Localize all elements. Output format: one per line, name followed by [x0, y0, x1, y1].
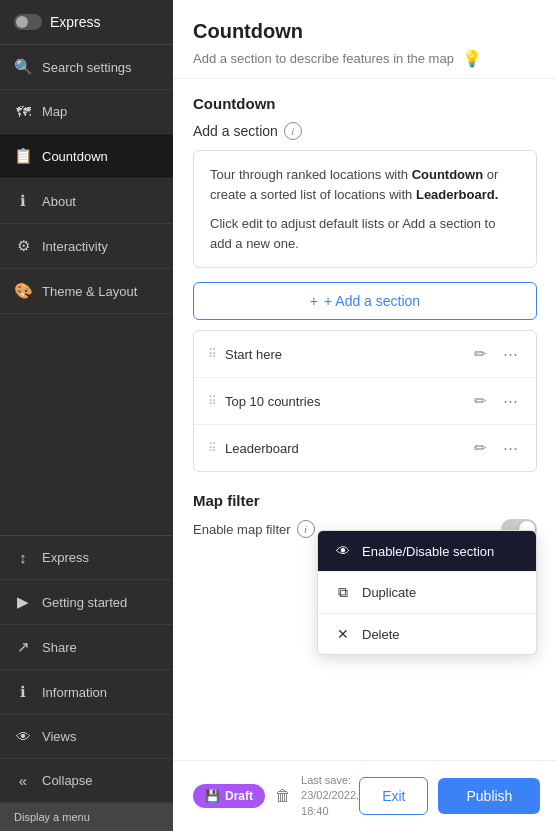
interactivity-icon: ⚙	[14, 237, 32, 255]
sidebar: Express 🔍 Search settings 🗺 Map 📋 Countd…	[0, 0, 173, 831]
info-box: Tour through ranked locations with Count…	[193, 150, 537, 268]
sidebar-item-getting-started[interactable]: ▶ Getting started	[0, 580, 173, 625]
sidebar-item-label: Share	[42, 640, 77, 655]
sidebar-bottom: ↕ Express ▶ Getting started ↗ Share ℹ In…	[0, 535, 173, 831]
about-icon: ℹ	[14, 192, 32, 210]
trash-button[interactable]: 🗑	[275, 787, 291, 805]
page-subtitle: Add a section to describe features in th…	[193, 49, 537, 68]
main-body: Countdown Add a section i Tour through r…	[173, 79, 557, 760]
bulb-icon: 💡	[462, 49, 482, 68]
countdown-section-title: Countdown	[193, 95, 537, 112]
sidebar-item-label: Search settings	[42, 60, 132, 75]
sidebar-item-label: Interactivity	[42, 239, 108, 254]
add-section-button[interactable]: + + Add a section	[193, 282, 537, 320]
main-footer: 💾 Draft 🗑 Last save: 23/02/2022, 18:40 E…	[173, 760, 557, 831]
sidebar-item-share[interactable]: ↗ Share	[0, 625, 173, 670]
edit-button[interactable]: ✏	[470, 390, 491, 412]
plus-icon: +	[310, 293, 318, 309]
sidebar-item-collapse[interactable]: « Collapse	[0, 759, 173, 803]
publish-button[interactable]: Publish	[438, 778, 540, 814]
sidebar-item-map[interactable]: 🗺 Map	[0, 90, 173, 134]
section-list: ⠿ Start here ✏ ⋯ ⠿ Top 10 countries ✏ ⋯ …	[193, 330, 537, 472]
display-menu-button[interactable]: Display a menu	[0, 803, 173, 831]
save-info: Last save: 23/02/2022, 18:40	[301, 773, 359, 819]
sidebar-item-countdown[interactable]: 📋 Countdown	[0, 134, 173, 179]
map-icon: 🗺	[14, 103, 32, 120]
sidebar-item-label: Countdown	[42, 149, 108, 164]
last-save-date: 23/02/2022, 18:40	[301, 788, 359, 819]
duplicate-icon: ⧉	[334, 584, 352, 601]
edit-button[interactable]: ✏	[470, 343, 491, 365]
sidebar-item-theme-layout[interactable]: 🎨 Theme & Layout	[0, 269, 173, 314]
list-item: ⠿ Start here ✏ ⋯	[194, 331, 536, 378]
context-menu-item-delete[interactable]: ✕ Delete	[318, 614, 536, 654]
search-icon: 🔍	[14, 58, 32, 76]
views-icon: 👁	[14, 728, 32, 745]
countdown-icon: 📋	[14, 147, 32, 165]
page-title: Countdown	[193, 20, 537, 43]
sidebar-item-label: Collapse	[42, 773, 93, 788]
floppy-icon: 💾	[205, 789, 220, 803]
list-item: ⠿ Top 10 countries ✏ ⋯	[194, 378, 536, 425]
sidebar-item-label: Map	[42, 104, 67, 119]
collapse-icon: «	[14, 772, 32, 789]
more-button[interactable]: ⋯	[499, 437, 522, 459]
sidebar-item-label: Views	[42, 729, 76, 744]
sidebar-item-label: About	[42, 194, 76, 209]
drag-handle-icon[interactable]: ⠿	[208, 347, 217, 361]
information-icon: ℹ	[14, 683, 32, 701]
more-button[interactable]: ⋯	[499, 343, 522, 365]
last-save-label: Last save:	[301, 773, 359, 788]
item-actions: ✏ ⋯	[470, 343, 522, 365]
subtitle-text: Add a section to describe features in th…	[193, 51, 454, 66]
list-item: ⠿ Leaderboard ✏ ⋯	[194, 425, 536, 471]
add-section-row: Add a section i	[193, 122, 537, 140]
add-section-label: Add a section	[193, 123, 278, 139]
sidebar-item-interactivity[interactable]: ⚙ Interactivity	[0, 224, 173, 269]
countdown-bold: Countdown	[412, 167, 483, 182]
delete-icon: ✕	[334, 626, 352, 642]
main-content: Countdown Add a section to describe feat…	[173, 0, 557, 831]
draft-badge: 💾 Draft	[193, 784, 265, 808]
item-actions: ✏ ⋯	[470, 437, 522, 459]
express-bottom-icon: ↕	[14, 549, 32, 566]
sidebar-item-label: Express	[42, 550, 89, 565]
info-text: Tour through ranked locations with Count…	[210, 165, 520, 204]
leaderboard-bold: Leaderboard.	[416, 187, 498, 202]
getting-started-icon: ▶	[14, 593, 32, 611]
sidebar-item-views[interactable]: 👁 Views	[0, 715, 173, 759]
edit-button[interactable]: ✏	[470, 437, 491, 459]
context-delete-label: Delete	[362, 627, 400, 642]
draft-label: Draft	[225, 789, 253, 803]
context-duplicate-label: Duplicate	[362, 585, 416, 600]
enable-filter-label: Enable map filter	[193, 522, 291, 537]
drag-handle-icon[interactable]: ⠿	[208, 441, 217, 455]
context-enable-label: Enable/Disable section	[362, 544, 494, 559]
footer-actions: Exit Publish	[359, 777, 540, 815]
page-header: Countdown Add a section to describe feat…	[173, 0, 557, 79]
sidebar-item-search-settings[interactable]: 🔍 Search settings	[0, 45, 173, 90]
express-label: Express	[50, 14, 101, 30]
filter-label-row: Enable map filter i	[193, 520, 315, 538]
item-actions: ✏ ⋯	[470, 390, 522, 412]
context-menu-item-duplicate[interactable]: ⧉ Duplicate	[318, 572, 536, 614]
add-section-info-icon: i	[284, 122, 302, 140]
section-item-name: Start here	[225, 347, 462, 362]
context-menu: 👁 Enable/Disable section ⧉ Duplicate ✕ D…	[317, 530, 537, 655]
sidebar-item-about[interactable]: ℹ About	[0, 179, 173, 224]
sidebar-item-express[interactable]: ↕ Express	[0, 536, 173, 580]
filter-info-icon: i	[297, 520, 315, 538]
sidebar-item-information[interactable]: ℹ Information	[0, 670, 173, 715]
sidebar-toggle[interactable]: Express	[0, 0, 173, 45]
more-button[interactable]: ⋯	[499, 390, 522, 412]
sidebar-item-label: Theme & Layout	[42, 284, 137, 299]
theme-icon: 🎨	[14, 282, 32, 300]
section-item-name: Top 10 countries	[225, 394, 462, 409]
exit-button[interactable]: Exit	[359, 777, 428, 815]
express-toggle[interactable]	[14, 14, 42, 30]
drag-handle-icon[interactable]: ⠿	[208, 394, 217, 408]
section-item-name: Leaderboard	[225, 441, 462, 456]
context-menu-item-enable[interactable]: 👁 Enable/Disable section	[318, 531, 536, 572]
sidebar-item-label: Getting started	[42, 595, 127, 610]
eye-icon: 👁	[334, 543, 352, 559]
